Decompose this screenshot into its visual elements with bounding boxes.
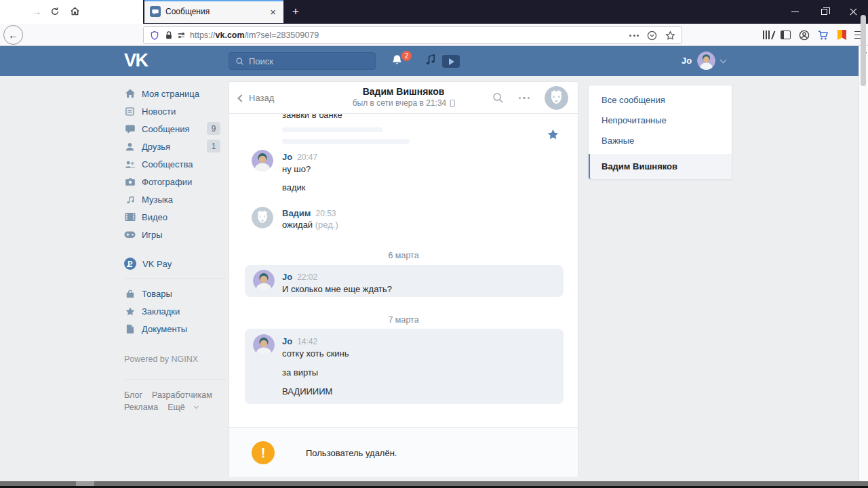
tab-close-icon[interactable]: × bbox=[268, 7, 278, 17]
sidebar-item-friends[interactable]: Друзья 1 bbox=[124, 138, 226, 155]
sidebar-item-games[interactable]: Игры bbox=[124, 226, 226, 243]
chat-actions-icon[interactable] bbox=[519, 97, 530, 100]
back-link[interactable]: Назад bbox=[239, 82, 274, 114]
filter-important[interactable]: Важные bbox=[589, 130, 732, 150]
sidebar-item-documents[interactable]: Документы bbox=[124, 320, 226, 338]
message-time: 14:42 bbox=[297, 337, 317, 346]
message-list[interactable]: заявки в банке Jo20:47 ну шо? вадик Вади… bbox=[229, 114, 578, 427]
message-author[interactable]: Jo bbox=[282, 272, 292, 282]
messages-icon bbox=[124, 123, 136, 135]
sidebar-item-my-page[interactable]: Моя страница bbox=[124, 85, 226, 102]
sidebar-item-video[interactable]: Видео bbox=[124, 208, 226, 226]
sidebar-item-bookmarks[interactable]: Закладки bbox=[124, 302, 226, 320]
vertical-scrollbar-thumb[interactable] bbox=[861, 15, 866, 86]
sidebar-item-communities[interactable]: Сообщества bbox=[124, 155, 226, 173]
chat-header: Назад Вадим Вишняков был в сети вчера в … bbox=[229, 82, 578, 114]
sidebar-item-photos[interactable]: Фотографии bbox=[124, 173, 226, 190]
notification-badge: 2 bbox=[401, 51, 412, 61]
pocket-icon[interactable] bbox=[647, 30, 657, 41]
message-text: ВАДИИИИМ bbox=[282, 386, 332, 396]
tracking-shield-icon[interactable] bbox=[150, 30, 159, 41]
vertical-scrollbar[interactable] bbox=[859, 46, 868, 481]
footer-link-blog[interactable]: Блог bbox=[124, 390, 142, 400]
video-icon bbox=[124, 211, 136, 223]
news-icon bbox=[124, 106, 136, 117]
vk-header: VK Поиск 2 Jo bbox=[0, 46, 859, 76]
browser-tab-bar: Сообщения × + bbox=[0, 0, 868, 24]
message-author[interactable]: Jo bbox=[282, 152, 292, 162]
chevron-down-icon bbox=[720, 56, 727, 63]
vk-favicon-icon bbox=[150, 6, 161, 17]
unread-message-block[interactable]: Jo14:42 сотку хоть скинь за вирты ВАДИИИ… bbox=[245, 329, 564, 404]
extension-icon[interactable] bbox=[837, 30, 846, 40]
selected-conversation[interactable]: Вадим Вишняков bbox=[589, 154, 732, 179]
chat-peer-avatar[interactable] bbox=[545, 86, 568, 110]
new-tab-button[interactable]: + bbox=[288, 3, 304, 20]
permissions-icon[interactable] bbox=[178, 33, 184, 37]
message-time: 20:47 bbox=[297, 152, 317, 162]
horizontal-scrollbar-thumb[interactable] bbox=[76, 481, 94, 486]
message-avatar[interactable] bbox=[252, 150, 273, 171]
filter-all-messages[interactable]: Все сообщения bbox=[589, 89, 732, 110]
browser-tab-messages[interactable]: Сообщения × bbox=[144, 0, 283, 23]
filter-unread[interactable]: Непрочитанные bbox=[589, 110, 732, 130]
faded-message-line bbox=[282, 127, 382, 132]
sidebar-item-vkpay[interactable]: Р VK Pay bbox=[124, 255, 226, 272]
sidebar-item-news[interactable]: Новости bbox=[124, 102, 226, 120]
friends-icon bbox=[124, 141, 136, 152]
footer-link-developers[interactable]: Разработчикам bbox=[152, 390, 212, 400]
notifications-bell-icon[interactable]: 2 bbox=[391, 54, 403, 67]
footer-link-ads[interactable]: Реклама bbox=[124, 403, 158, 412]
message-time: 22:02 bbox=[297, 272, 317, 282]
message-text: ну шо? bbox=[282, 164, 311, 174]
reload-button[interactable] bbox=[46, 0, 64, 22]
window-restore-button[interactable] bbox=[810, 0, 839, 24]
important-star-icon[interactable] bbox=[547, 129, 559, 140]
chat-search-icon[interactable] bbox=[492, 92, 504, 104]
music-icon[interactable] bbox=[425, 54, 436, 66]
user-name: Jo bbox=[682, 56, 692, 66]
messages-count-badge: 9 bbox=[207, 122, 220, 135]
home-button[interactable] bbox=[66, 0, 83, 22]
message-author[interactable]: Jo bbox=[282, 336, 292, 346]
library-icon[interactable] bbox=[763, 30, 772, 39]
message-avatar[interactable] bbox=[253, 334, 275, 356]
url-bar[interactable]: https://vk.com/im?sel=283509079 bbox=[143, 26, 682, 44]
message-author[interactable]: Вадим bbox=[282, 208, 311, 218]
page-actions-icon[interactable] bbox=[629, 35, 639, 37]
edited-label: (ред.) bbox=[315, 220, 338, 230]
unread-message-block[interactable]: Jo22:02 И сколько мне еще ждать? bbox=[245, 265, 564, 297]
account-icon[interactable] bbox=[799, 30, 810, 41]
message-time: 20:53 bbox=[315, 209, 336, 218]
user-menu[interactable]: Jo bbox=[682, 52, 726, 70]
lock-icon[interactable] bbox=[165, 30, 173, 40]
sidebar-item-goods[interactable]: Товары bbox=[124, 285, 226, 302]
notice-text: Пользователь удалён. bbox=[306, 428, 397, 478]
sidebars-icon[interactable] bbox=[781, 30, 791, 39]
star-icon bbox=[124, 306, 136, 317]
horizontal-scrollbar[interactable] bbox=[0, 481, 868, 486]
footer-link-more[interactable]: Ещё bbox=[167, 403, 185, 412]
powered-by: Powered by NGINX bbox=[124, 354, 198, 364]
date-divider: 7 марта bbox=[229, 315, 578, 325]
cart-icon[interactable] bbox=[818, 30, 829, 41]
message-avatar[interactable] bbox=[253, 270, 275, 291]
video-play-icon[interactable] bbox=[442, 55, 460, 68]
message-avatar[interactable] bbox=[252, 207, 273, 228]
sidebar-item-messages[interactable]: Сообщения 9 bbox=[124, 120, 226, 138]
forward-button[interactable]: → bbox=[28, 0, 45, 22]
clipped-message: заявки в банке bbox=[282, 114, 342, 121]
vk-logo[interactable]: VK bbox=[124, 50, 148, 71]
chat-title[interactable]: Вадим Вишняков bbox=[353, 86, 455, 97]
document-icon bbox=[124, 323, 136, 335]
vkpay-icon: Р bbox=[124, 258, 136, 270]
back-button[interactable]: ← bbox=[3, 25, 23, 45]
sidebar-item-music[interactable]: Музыка bbox=[124, 190, 226, 208]
window-minimize-button[interactable] bbox=[781, 0, 810, 24]
bookmark-star-icon[interactable] bbox=[665, 30, 675, 41]
camera-icon bbox=[124, 176, 136, 188]
vk-search-input[interactable]: Поиск bbox=[229, 52, 376, 70]
sidebar-menu: Моя страница Новости Сообщения 9 Друзья … bbox=[124, 85, 226, 243]
faded-message-line bbox=[282, 139, 410, 144]
message-header: Вадим20:53 bbox=[282, 208, 336, 218]
